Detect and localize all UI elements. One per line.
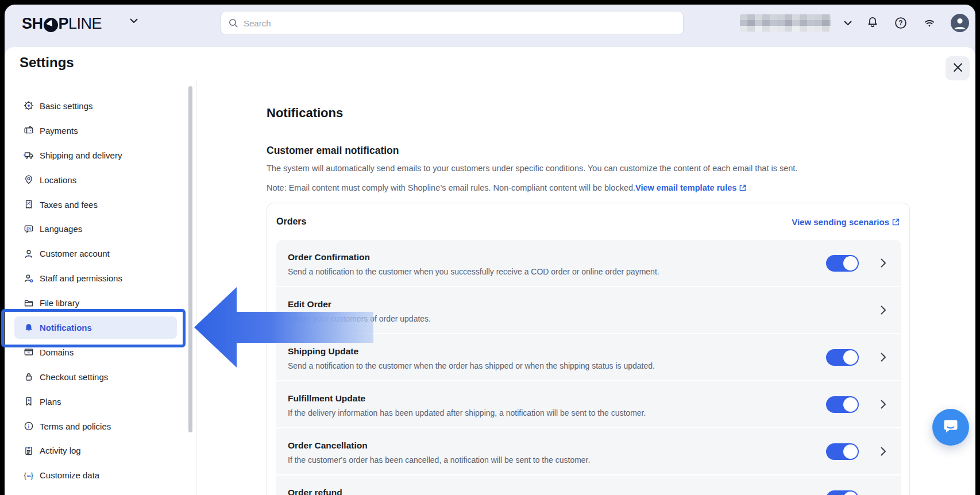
external-link-icon [892, 218, 900, 226]
sidebar-item-domains[interactable]: ∞ Domains [14, 340, 177, 365]
notification-row-order-confirmation: Order Confirmation Send a notification t… [276, 240, 901, 286]
gear-icon [24, 100, 34, 111]
person-gear-icon [24, 273, 34, 284]
sidebar-item-languages[interactable]: EN Languages [14, 216, 177, 241]
email-template-rules-link[interactable]: View email template rules [635, 183, 747, 192]
padlock-icon [24, 372, 34, 382]
chevron-right-icon[interactable] [881, 305, 886, 317]
info-icon [24, 421, 34, 431]
chevron-down-icon[interactable] [130, 18, 138, 24]
help-icon[interactable]: ? [893, 16, 908, 30]
svg-text:}: } [30, 471, 33, 479]
sidebar-item-activity-log[interactable]: Activity log [14, 438, 177, 463]
orders-card: Orders View sending scenarios Order Conf… [267, 203, 910, 495]
app-window: SHPLINE Search ? [5, 5, 975, 495]
search-placeholder: Search [244, 18, 271, 28]
logo-o-mark [44, 18, 58, 32]
logo-text: SH [22, 15, 43, 33]
account-avatar[interactable] [951, 14, 969, 32]
close-button[interactable] [946, 56, 970, 80]
settings-sidebar: Basic settings Payments Shipping and del… [5, 94, 187, 488]
wifi-icon[interactable] [921, 16, 937, 30]
orders-card-title: Orders [276, 216, 306, 227]
order-refund-toggle[interactable] [826, 490, 859, 495]
search-icon [228, 18, 238, 28]
chat-bubble-icon [942, 417, 960, 438]
close-icon [954, 63, 962, 74]
notification-row-fulfillment-update: Fulfillment Update If the delivery infor… [276, 381, 901, 427]
domain-icon: ∞ [24, 347, 34, 357]
notification-row-order-refund: Order refund [276, 475, 901, 495]
bell-icon[interactable] [865, 16, 880, 30]
sidebar-item-checkout-settings[interactable]: Checkout settings [14, 365, 177, 389]
bookmark-plus-icon [24, 396, 34, 407]
person-icon [24, 249, 34, 259]
sidebar-item-terms-policies[interactable]: Terms and policies [14, 414, 177, 439]
sidebar-item-customize-data[interactable]: {}Aa Customize data [14, 463, 177, 488]
wallet-icon [24, 125, 34, 136]
folder-icon [24, 298, 34, 308]
top-header: SHPLINE Search ? [5, 5, 975, 41]
page-title: Settings [20, 55, 74, 71]
sidebar-item-plans[interactable]: Plans [14, 389, 177, 414]
chat-widget-button[interactable] [932, 409, 969, 446]
sidebar-item-customer-account[interactable]: Customer account [14, 241, 177, 266]
fulfillment-update-toggle[interactable] [826, 396, 859, 413]
bell-icon [24, 323, 34, 333]
chevron-right-icon[interactable] [881, 447, 886, 458]
sidebar-item-basic-settings[interactable]: Basic settings [14, 94, 177, 118]
shopline-logo[interactable]: SHPLINE [22, 14, 102, 33]
svg-text:∞: ∞ [27, 351, 30, 355]
shipping-update-toggle[interactable] [826, 349, 859, 366]
order-confirmation-toggle[interactable] [826, 255, 859, 272]
sidebar-item-locations[interactable]: Locations [14, 168, 177, 192]
sidebar-item-staff-permissions[interactable]: Staff and permissions [14, 266, 177, 291]
truck-icon [24, 150, 34, 160]
chevron-right-icon[interactable] [881, 258, 886, 270]
notification-row-shipping-update: Shipping Update Send a notification to t… [276, 334, 901, 380]
sidebar-scrollbar[interactable] [188, 86, 192, 432]
section-description-line1: The system will automatically send email… [267, 164, 797, 173]
braces-icon: {}Aa [24, 470, 34, 481]
sidebar-divider [196, 79, 196, 495]
sidebar-item-payments[interactable]: Payments [14, 118, 177, 143]
chevron-right-icon[interactable] [881, 353, 886, 364]
sidebar-item-notifications[interactable]: Notifications [14, 316, 177, 339]
notification-row-edit-order: Edit Order Inform your customers of orde… [276, 287, 901, 333]
order-cancellation-toggle[interactable] [826, 443, 859, 460]
customer-email-section-title: Customer email notification [267, 145, 399, 157]
section-description-line2: Note: Email content must comply with Sho… [267, 183, 747, 192]
sidebar-item-taxes[interactable]: Taxes and fees [14, 192, 177, 217]
store-name-redacted[interactable] [740, 14, 831, 32]
receipt-icon [24, 199, 34, 210]
chevron-right-icon[interactable] [881, 400, 886, 411]
sidebar-item-shipping[interactable]: Shipping and delivery [14, 143, 177, 168]
notification-row-order-cancellation: Order Cancellation If the customer's ord… [276, 428, 901, 474]
external-link-icon [739, 184, 747, 192]
language-bubble-icon: EN [24, 224, 34, 234]
notifications-title: Notifications [267, 106, 343, 121]
chevron-down-icon[interactable] [844, 21, 852, 26]
view-sending-scenarios-link[interactable]: View sending scenarios [792, 217, 900, 227]
search-input[interactable]: Search [221, 11, 684, 35]
document-icon [24, 446, 34, 456]
settings-panel: Settings Basic settings Payments Shippin… [5, 47, 975, 495]
svg-text:Aa: Aa [26, 474, 31, 477]
map-pin-icon [24, 175, 34, 185]
sidebar-item-file-library[interactable]: File library [14, 291, 177, 315]
svg-text:?: ? [898, 19, 902, 27]
svg-text:EN: EN [26, 226, 31, 230]
